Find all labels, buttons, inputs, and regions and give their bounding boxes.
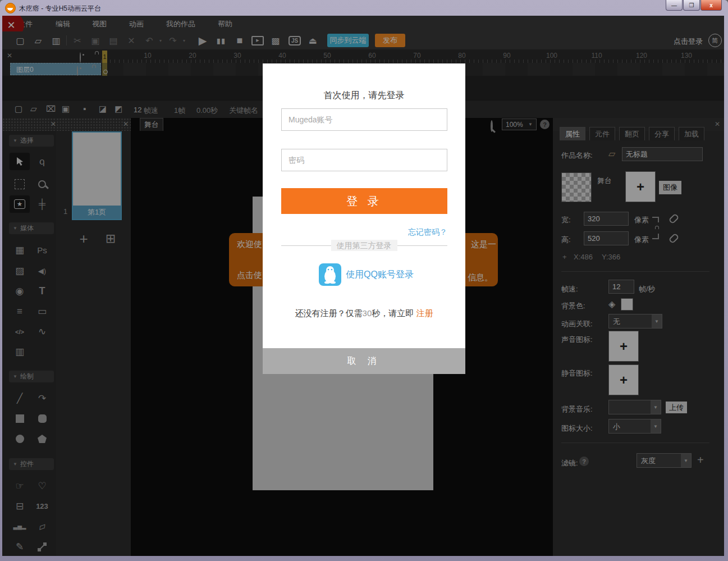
close-button[interactable]: x [700,0,722,11]
app-logo-icon [5,3,16,13]
register-link[interactable]: 注册 [416,308,433,318]
forgot-password-link[interactable]: 忘记密码？ [408,227,447,238]
app-window: 木疙瘩 - 专业H5动画云平台 — ❐ x 文件 编辑 视图 动画 我的作品 帮… [0,0,728,561]
login-dialog: 首次使用，请先登录 登 录 忘记密码？ 使用第三方登录 使用QQ账号登录 还没有… [263,63,465,374]
register-line: 还没有注册？仅需30秒，请立即 注册 [263,308,465,319]
register-text: 还没有注册？仅需 [295,308,363,318]
cancel-button[interactable]: 取 消 [263,348,465,374]
minimize-button[interactable]: — [666,0,683,11]
third-party-label-wrap: 使用第三方登录 [263,240,465,251]
dialog-title: 首次使用，请先登录 [263,90,465,102]
account-input[interactable] [281,108,447,131]
register-seconds: 30 [363,308,372,318]
close-icon: x [709,2,713,8]
title-bar: 木疙瘩 - 专业H5动画云平台 — ❐ x [0,0,728,16]
password-input[interactable] [281,149,447,171]
minimize-icon: — [671,2,677,8]
maximize-button[interactable]: ❐ [683,0,700,11]
maximize-icon: ❐ [689,2,694,8]
third-party-label: 使用第三方登录 [331,240,397,251]
register-text: 秒，请立即 [372,308,416,318]
qq-login-link[interactable]: 使用QQ账号登录 [346,269,414,281]
window-border-bottom [0,556,728,561]
window-border-right [724,16,728,561]
window-title: 木疙瘩 - 专业H5动画云平台 [19,4,101,13]
client-area: 文件 编辑 视图 动画 我的作品 帮助 ✕ ▢ ▱ ▥ ✂ ▣ ▤ ✕ ↶ ▾ … [2,16,724,556]
login-button[interactable]: 登 录 [281,188,447,214]
qq-icon[interactable] [319,263,341,286]
